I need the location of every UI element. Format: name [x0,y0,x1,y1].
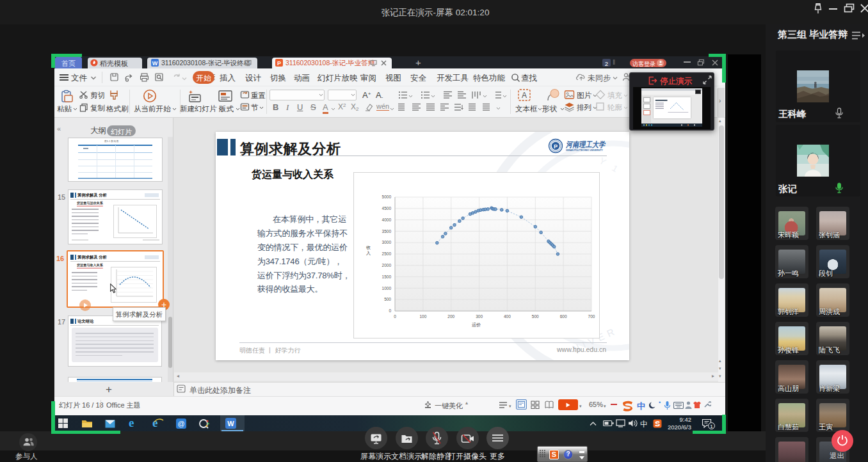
svg-text:3500: 3500 [382,229,392,234]
svg-text:1500: 1500 [382,275,392,279]
svg-text:300: 300 [476,314,483,319]
svg-text:400: 400 [504,314,511,319]
svg-text:4500: 4500 [382,206,392,211]
svg-text:500: 500 [532,314,539,319]
svg-text:700: 700 [588,314,595,319]
svg-text:0: 0 [394,314,396,319]
svg-text:100: 100 [419,314,426,319]
svg-text:4000: 4000 [382,218,392,222]
svg-text:1000: 1000 [382,286,392,291]
svg-text:2500: 2500 [382,251,392,256]
svg-text:运价: 运价 [472,323,481,327]
svg-text:500: 500 [384,297,391,301]
svg-text:Y 1: Y 1 [598,155,623,176]
svg-text:P: P [554,143,558,150]
svg-text:入: 入 [366,251,371,256]
svg-text:0: 0 [389,308,391,313]
svg-text:3000: 3000 [382,240,392,244]
svg-text:200: 200 [447,314,454,319]
svg-text:A: A [522,91,527,100]
svg-text:5000: 5000 [382,195,392,199]
svg-text:600: 600 [560,314,567,319]
svg-text:收: 收 [366,245,371,250]
svg-text:2000: 2000 [382,263,392,267]
